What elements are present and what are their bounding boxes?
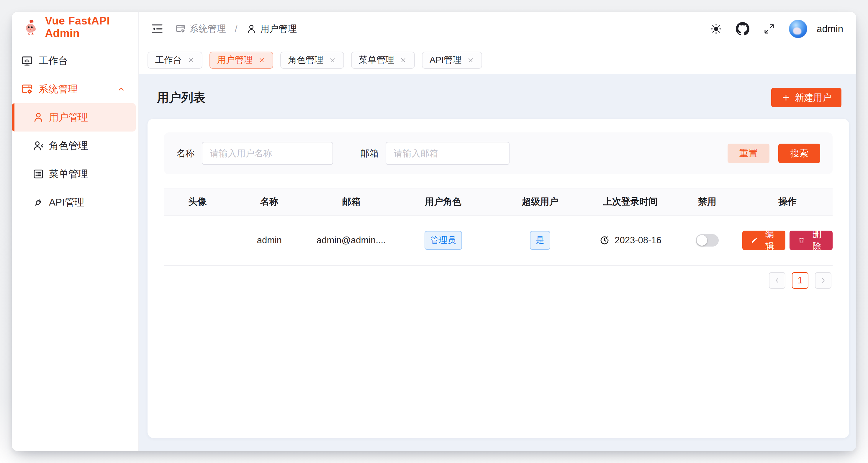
system-window-gear-icon — [21, 83, 33, 96]
breadcrumb-item-users[interactable]: 用户管理 — [246, 23, 297, 35]
table-header-row: 头像 名称 邮箱 用户角色 超级用户 上次登录时间 禁用 操作 — [164, 188, 833, 215]
cell-email: admin@admin.... — [308, 215, 395, 265]
filter-bar: 名称 邮箱 重置 搜索 — [164, 132, 833, 174]
column-header-lastlogin: 上次登录时间 — [589, 188, 672, 215]
close-icon[interactable] — [258, 56, 266, 64]
role-tag[interactable]: 管理员 — [425, 231, 462, 250]
close-icon[interactable] — [329, 56, 336, 64]
system-window-gear-icon — [175, 24, 186, 34]
trash-icon — [798, 236, 805, 245]
sidebar-item-label: 角色管理 — [49, 139, 88, 153]
tab-menus[interactable]: 菜单管理 — [351, 52, 415, 69]
username[interactable]: admin — [817, 23, 843, 34]
avatar[interactable] — [789, 20, 807, 38]
clock-history-icon — [599, 235, 610, 246]
sidebar-item-workbench[interactable]: 工作台 — [12, 46, 138, 75]
cell-disabled — [672, 215, 742, 265]
column-header-email: 邮箱 — [308, 188, 395, 215]
content: 用户列表 新建用户 名称 邮箱 重置 搜索 — [139, 74, 856, 451]
chevron-right-icon — [819, 276, 827, 285]
plus-icon — [781, 93, 791, 102]
cell-actions: 编辑 删除 — [742, 215, 833, 265]
cell-last-login: 2023-08-16 — [589, 215, 672, 265]
breadcrumb-separator: / — [235, 24, 237, 34]
tab-workbench[interactable]: 工作台 — [148, 52, 203, 69]
main-area: 系统管理 / 用户管理 admin 工作台 — [139, 12, 856, 451]
close-icon[interactable] — [187, 56, 195, 64]
filter-actions: 重置 搜索 — [727, 144, 820, 163]
name-filter-input[interactable] — [202, 142, 333, 165]
api-plug-icon — [32, 196, 44, 208]
table-row: admin admin@admin.... 管理员 是 — [164, 215, 833, 265]
column-header-superuser: 超级用户 — [492, 188, 589, 215]
sidebar-item-label: 工作台 — [39, 54, 68, 68]
name-filter-label: 名称 — [177, 147, 195, 160]
superuser-tag: 是 — [530, 231, 550, 250]
sidebar-item-label: 用户管理 — [49, 111, 88, 124]
role-icon — [32, 140, 44, 152]
pagination-next-button[interactable] — [815, 272, 831, 289]
cell-superuser: 是 — [492, 215, 589, 265]
column-header-disabled: 禁用 — [672, 188, 742, 215]
pagination: 1 — [164, 272, 833, 289]
app-window: Vue FastAPI Admin 工作台 系统管理 用户管理 角色管理 — [12, 12, 856, 451]
tab-roles[interactable]: 角色管理 — [280, 52, 344, 69]
last-login-value: 2023-08-16 — [615, 235, 661, 246]
menu-list-icon — [32, 168, 44, 180]
table-card: 名称 邮箱 重置 搜索 — [148, 119, 849, 438]
sidebar-item-menus[interactable]: 菜单管理 — [12, 160, 136, 188]
sidebar-item-roles[interactable]: 角色管理 — [12, 132, 136, 160]
sidebar-item-system[interactable]: 系统管理 — [12, 75, 138, 103]
column-header-actions: 操作 — [742, 188, 833, 215]
fullscreen-icon[interactable] — [763, 23, 775, 35]
toggle-knob — [696, 235, 707, 246]
chevron-up-icon — [116, 84, 126, 94]
sidebar-item-apis[interactable]: API管理 — [12, 188, 136, 217]
topbar: 系统管理 / 用户管理 admin — [139, 12, 856, 46]
sidebar-item-label: 菜单管理 — [49, 167, 88, 181]
chevron-left-icon — [773, 276, 781, 285]
email-filter-input[interactable] — [385, 142, 509, 165]
brand[interactable]: Vue FastAPI Admin — [12, 12, 138, 42]
cell-role: 管理员 — [395, 215, 492, 265]
column-header-name: 名称 — [231, 188, 308, 215]
brand-title: Vue FastAPI Admin — [45, 15, 138, 39]
sidebar: Vue FastAPI Admin 工作台 系统管理 用户管理 角色管理 — [12, 12, 139, 451]
monitor-icon — [21, 55, 33, 67]
cell-avatar — [164, 215, 231, 265]
edit-button[interactable]: 编辑 — [742, 231, 785, 250]
email-filter-label: 邮箱 — [360, 147, 378, 160]
user-icon — [246, 24, 257, 34]
sidebar-item-label: 系统管理 — [39, 82, 78, 96]
chick-logo-icon — [23, 18, 39, 36]
tab-users[interactable]: 用户管理 — [210, 52, 273, 69]
user-icon — [32, 111, 44, 123]
column-header-role: 用户角色 — [395, 188, 492, 215]
reset-button[interactable]: 重置 — [727, 144, 770, 163]
close-icon[interactable] — [467, 56, 474, 64]
column-header-avatar: 头像 — [164, 188, 231, 215]
page-header: 用户列表 新建用户 — [148, 74, 849, 109]
sidebar-item-label: API管理 — [49, 196, 84, 209]
collapse-sidebar-icon[interactable] — [151, 22, 164, 36]
tabbar: 工作台 用户管理 角色管理 菜单管理 API管理 — [139, 46, 856, 74]
close-icon[interactable] — [400, 56, 407, 64]
tab-apis[interactable]: API管理 — [422, 52, 482, 69]
github-icon[interactable] — [736, 22, 749, 36]
users-table: 头像 名称 邮箱 用户角色 超级用户 上次登录时间 禁用 操作 — [164, 188, 833, 266]
theme-sun-icon[interactable] — [710, 23, 722, 35]
breadcrumb: 系统管理 / 用户管理 — [175, 23, 297, 35]
cell-name: admin — [231, 215, 308, 265]
search-button[interactable]: 搜索 — [778, 144, 820, 163]
topbar-actions: admin — [710, 20, 843, 38]
pencil-icon — [751, 236, 758, 245]
page-title: 用户列表 — [157, 90, 205, 106]
pagination-prev-button[interactable] — [769, 272, 785, 289]
breadcrumb-item-system[interactable]: 系统管理 — [175, 23, 226, 35]
delete-button[interactable]: 删除 — [789, 231, 833, 250]
create-user-button[interactable]: 新建用户 — [771, 88, 841, 107]
pagination-page-1[interactable]: 1 — [792, 272, 808, 289]
disable-toggle[interactable] — [696, 234, 719, 246]
sidebar-item-users[interactable]: 用户管理 — [12, 103, 136, 132]
email-filter-group: 邮箱 — [360, 142, 509, 165]
